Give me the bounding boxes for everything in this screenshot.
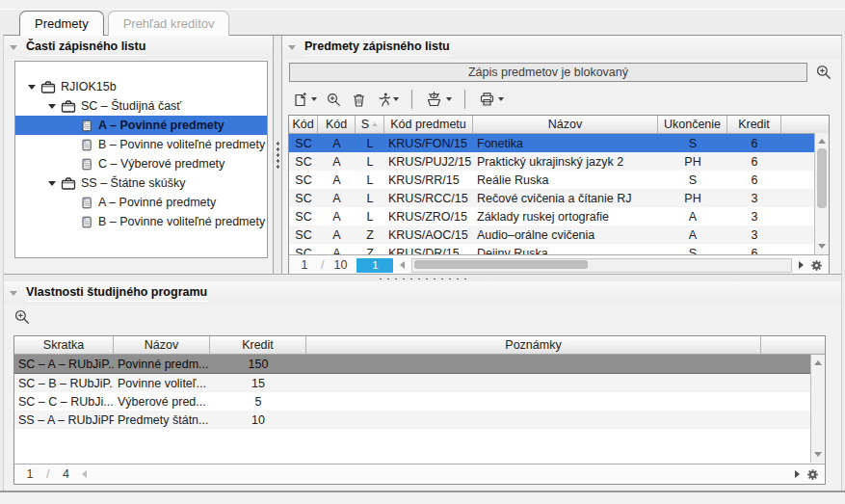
collapse-panel-icon[interactable] (10, 291, 17, 296)
expand-arrow-icon[interactable] (25, 85, 39, 90)
table-row[interactable]: SCAZKRUS/AOC/15Audio–orálne cvičeniaA3 (289, 225, 829, 244)
table-settings-gear-icon[interactable] (810, 259, 823, 272)
table-row[interactable]: SCALKRUS/ZRO/15Základy ruskej ortografie… (289, 207, 829, 225)
expand-arrow-icon[interactable] (45, 104, 59, 109)
preview-button[interactable] (423, 90, 454, 109)
panel-casti-zapisneho-listu: Časti zápisného listu RJIOK15bSC – Študi… (4, 36, 273, 274)
tree-item-c-v-berov-predmety[interactable]: C – Výberové predmety (15, 154, 267, 173)
cell-s: Z (356, 228, 384, 242)
scroll-down-icon[interactable] (815, 240, 829, 252)
subjects-vertical-scrollbar[interactable] (814, 133, 829, 254)
cell-s: L (356, 173, 384, 187)
add-document-icon (292, 91, 309, 108)
tree-item-b-povinne-volite-n-predmety[interactable]: B – Povinne voliteľné predmety (15, 212, 267, 231)
cell-n-zov: Audio–orálne cvičenia (473, 228, 658, 242)
table-settings-gear-icon[interactable] (806, 468, 819, 481)
column-header-pozn-mky[interactable]: Poznámky (306, 336, 761, 354)
tab-predmety[interactable]: Predmety (19, 11, 104, 36)
tree-item-sc-tudijn-as[interactable]: SC – Študijná časť (15, 96, 267, 116)
cell-kredit: 15 (210, 377, 306, 390)
table-body: SCALKRUS/FON/15FonetikaS6SCALKRUS/PUJ2/1… (289, 134, 829, 255)
column-header-label: Kód predmetu (390, 118, 466, 131)
column-header-n-zov[interactable]: Názov (473, 116, 658, 133)
cell-ukon-enie: A (658, 228, 727, 242)
tree-item-label: C – Výberové predmety (98, 157, 224, 171)
column-header-ukon-enie[interactable]: Ukončenie (658, 116, 727, 133)
cell-s: L (356, 137, 384, 150)
properties-vertical-scrollbar[interactable] (810, 355, 825, 463)
column-header-s[interactable]: S (356, 116, 384, 133)
tree-item-b-povinne-volite-n-predmety[interactable]: B – Povinne voliteľné predmety (15, 135, 267, 154)
page-prev-icon[interactable] (82, 470, 87, 478)
panel-title-predmety: Predmety zápisného listu (304, 40, 450, 56)
zoom-in-button[interactable] (324, 91, 344, 109)
table-row[interactable]: SC – B – RUbJiP...Povinne voliteľ...15 (14, 374, 825, 392)
tree-item-a-povinn-predmety[interactable]: A – Povinné predmety (15, 193, 267, 212)
cell-ukon-enie: S (658, 173, 727, 187)
table-header-row: KódKódSKód predmetuNázovUkončenieKredit (289, 116, 829, 134)
toolbar-separator (411, 90, 412, 109)
print-icon (478, 91, 496, 108)
cell-kredit: 10 (210, 413, 306, 427)
tree-item-ss-t-tne-sk-ky[interactable]: SS – Štátne skúšky (15, 173, 267, 193)
blocked-enrollment-banner: Zápis predmetov je blokovaný (289, 63, 807, 82)
page-current[interactable]: 1 (295, 258, 314, 272)
collapse-panel-icon[interactable] (10, 45, 17, 50)
page-next-icon[interactable] (799, 261, 804, 269)
table-row[interactable]: SCALKRUS/RCC/15Rečové cvičenia a čítanie… (289, 189, 829, 207)
horizontal-scrollbar[interactable] (411, 258, 792, 273)
chevron-down-icon[interactable] (311, 97, 317, 101)
column-header-label: Kód (326, 118, 347, 131)
cell-skratka: SC – B – RUbJiP... (14, 377, 114, 390)
page-prev-icon[interactable] (400, 261, 405, 269)
add-document-button[interactable] (290, 90, 319, 109)
cell-k-d: SC (289, 228, 318, 242)
column-header-k-d[interactable]: Kód (318, 116, 356, 133)
tree-item-rjiok15b[interactable]: RJIOK15b (15, 77, 267, 96)
page-next-icon[interactable] (795, 470, 800, 478)
print-button[interactable] (476, 90, 506, 109)
table-row[interactable]: SCALKRUS/FON/15FonetikaS6 (289, 134, 829, 152)
properties-table-footer: 1 / 4 (14, 464, 825, 484)
column-header-label: Ukončenie (664, 118, 721, 131)
panel-header-predmety: Predmety zápisného listu (282, 36, 841, 59)
scrollbar-thumb[interactable] (414, 260, 588, 269)
scrollbar-thumb[interactable] (817, 148, 827, 208)
scroll-up-icon[interactable] (815, 135, 829, 147)
table-row[interactable]: SS – A – RUbJiPP0Predmety štátn...10 (14, 411, 825, 429)
cell-k-d-predmetu: KRUS/FON/15 (384, 137, 473, 150)
column-header-kredit[interactable]: Kredit (210, 336, 306, 354)
cell-kredit: 5 (210, 395, 306, 409)
delete-button[interactable] (349, 91, 369, 109)
zoom-detail-icon[interactable] (13, 308, 31, 326)
chevron-down-icon[interactable] (446, 97, 452, 101)
document-icon (79, 196, 98, 210)
zoom-detail-icon[interactable] (815, 64, 832, 81)
table-row[interactable]: SC – C – RUbJi...Výberové pred...5 (14, 392, 825, 411)
column-header-skratka[interactable]: Skratka (14, 336, 114, 354)
cell-n-zov: Reálie Ruska (473, 173, 658, 187)
collapse-panel-icon[interactable] (288, 45, 296, 50)
table-row[interactable]: SC – A – RUbJiP...Povinné predm...150 (14, 355, 825, 374)
scroll-down-icon[interactable] (811, 448, 825, 461)
chevron-down-icon[interactable] (393, 97, 399, 101)
tab-prehlad-kreditov[interactable]: Prehľad kreditov (108, 11, 230, 36)
table-row[interactable]: SCALKRUS/RR/15Reálie RuskaS6 (289, 171, 829, 189)
splitter-grip-icon (277, 141, 279, 170)
vertical-splitter[interactable] (273, 36, 282, 274)
scroll-up-icon[interactable] (811, 357, 825, 369)
expand-arrow-icon[interactable] (45, 181, 59, 186)
cell-k-d: A (318, 173, 356, 187)
page-current[interactable]: 1 (20, 467, 40, 481)
cell-ukon-enie: S (658, 137, 727, 150)
tree-item-a-povinn-predmety[interactable]: A – Povinné predmety (15, 116, 267, 135)
column-header-n-zov[interactable]: Názov (114, 336, 210, 354)
cell-k-d: A (318, 228, 356, 242)
table-row[interactable]: SCALKRUS/PUJ2/15Praktický ukrajinský jaz… (289, 152, 829, 171)
run-action-button[interactable] (374, 91, 401, 109)
column-header-k-d-predmetu[interactable]: Kód predmetu (384, 116, 473, 133)
page-button[interactable]: 1 (356, 258, 393, 273)
column-header-k-d[interactable]: Kód (289, 116, 318, 133)
chevron-down-icon[interactable] (498, 97, 504, 101)
column-header-kredit[interactable]: Kredit (727, 116, 781, 133)
